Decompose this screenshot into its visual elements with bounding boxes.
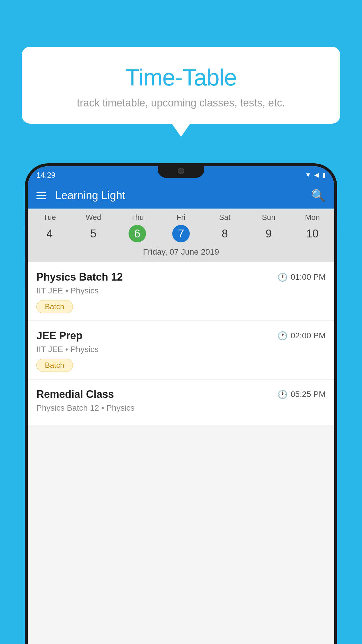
day-number: 4 [41, 225, 58, 242]
phone-screen: 14:29 ▼ ◀ ▮ Learning Light 🔍 Tue4Wed5Thu… [28, 166, 334, 644]
battery-icon: ▮ [322, 171, 326, 179]
signal-icon: ◀ [314, 171, 319, 179]
day-number: 10 [304, 225, 321, 242]
day-name: Wed [71, 213, 115, 222]
calendar-day-col[interactable]: Fri7 [159, 213, 203, 242]
class-item[interactable]: Physics Batch 12🕐01:00 PMIIT JEE • Physi… [28, 262, 334, 321]
class-meta: IIT JEE • Physics [36, 345, 326, 354]
volume-up-button [25, 230, 25, 257]
time-value: 02:00 PM [291, 331, 326, 340]
class-item[interactable]: JEE Prep🕐02:00 PMIIT JEE • PhysicsBatch [28, 321, 334, 379]
class-name: Remedial Class [36, 388, 114, 400]
calendar-week-header: Tue4Wed5Thu6Fri7Sat8Sun9Mon10 [28, 209, 334, 244]
calendar-day-col[interactable]: Mon10 [291, 213, 334, 242]
clock-icon: 🕐 [277, 272, 288, 282]
calendar-day-col[interactable]: Sat8 [203, 213, 247, 242]
class-meta: Physics Batch 12 • Physics [36, 403, 326, 413]
time-value: 01:00 PM [291, 272, 326, 282]
day-name: Mon [291, 213, 334, 222]
class-meta: IIT JEE • Physics [36, 286, 326, 295]
calendar-day-col[interactable]: Wed5 [71, 213, 115, 242]
day-number: 5 [85, 225, 102, 242]
tooltip-card: Time-Table track timetable, upcoming cla… [22, 47, 340, 124]
day-number: 7 [172, 225, 190, 242]
class-item-header: Remedial Class🕐05:25 PM [36, 388, 326, 400]
class-item-header: JEE Prep🕐02:00 PM [36, 330, 326, 342]
hamburger-menu-button[interactable] [36, 192, 46, 199]
app-bar: Learning Light 🔍 [28, 182, 334, 209]
volume-silent-button [25, 210, 25, 225]
day-name: Sun [247, 213, 290, 222]
tooltip-subtitle: track timetable, upcoming classes, tests… [36, 97, 326, 109]
day-number: 6 [129, 225, 146, 242]
class-name: JEE Prep [36, 330, 82, 342]
class-item-header: Physics Batch 12🕐01:00 PM [36, 271, 326, 283]
calendar-day-col[interactable]: Tue4 [28, 213, 71, 242]
time-value: 05:25 PM [291, 390, 326, 399]
wifi-icon: ▼ [305, 171, 311, 179]
phone-camera [178, 168, 184, 174]
selected-date-label: Friday, 07 June 2019 [28, 244, 334, 262]
phone-mockup: 14:29 ▼ ◀ ▮ Learning Light 🔍 Tue4Wed5Thu… [25, 163, 337, 644]
tooltip-title: Time-Table [36, 64, 326, 91]
class-list: Physics Batch 12🕐01:00 PMIIT JEE • Physi… [28, 262, 334, 425]
status-time: 14:29 [36, 171, 55, 180]
class-name: Physics Batch 12 [36, 271, 123, 283]
day-number: 9 [260, 225, 277, 242]
class-time: 🕐02:00 PM [277, 331, 326, 341]
class-item[interactable]: Remedial Class🕐05:25 PMPhysics Batch 12 … [28, 379, 334, 425]
calendar-day-col[interactable]: Thu6 [115, 213, 159, 242]
status-icons: ▼ ◀ ▮ [305, 171, 326, 179]
search-button[interactable]: 🔍 [311, 189, 326, 202]
class-time: 🕐01:00 PM [277, 272, 326, 282]
day-name: Thu [115, 213, 159, 222]
day-name: Sat [203, 213, 247, 222]
clock-icon: 🕐 [277, 390, 288, 399]
class-time: 🕐05:25 PM [277, 390, 326, 399]
app-title: Learning Light [55, 189, 302, 202]
volume-down-button [25, 262, 25, 289]
day-name: Fri [159, 213, 203, 222]
calendar-day-col[interactable]: Sun9 [247, 213, 290, 242]
day-number: 8 [216, 225, 233, 242]
clock-icon: 🕐 [277, 331, 288, 341]
batch-badge: Batch [36, 300, 73, 313]
day-name: Tue [28, 213, 71, 222]
batch-badge: Batch [36, 359, 73, 372]
power-button [337, 216, 337, 236]
